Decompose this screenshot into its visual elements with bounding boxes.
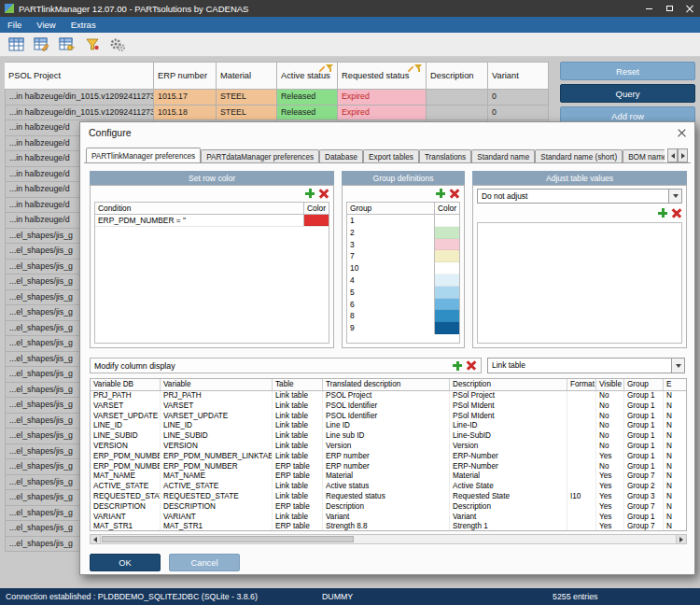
filter-button[interactable] bbox=[80, 35, 104, 55]
column-config-row[interactable]: ACTIVE_STATE ACTIVE_STATE Link table Act… bbox=[91, 482, 687, 492]
settings-button[interactable] bbox=[105, 35, 129, 55]
side-button[interactable]: Query bbox=[560, 84, 695, 103]
tab[interactable]: PARTlinkManager preferences bbox=[86, 148, 201, 163]
group-row[interactable]: 2 bbox=[347, 227, 459, 239]
column-config-row[interactable]: REQUESTED_STATE REQUESTED_STATE Link tab… bbox=[91, 492, 687, 502]
config-column-header[interactable]: Format bbox=[567, 379, 596, 390]
menu-item[interactable]: File bbox=[0, 17, 29, 33]
maximize-button[interactable] bbox=[659, 0, 679, 17]
cancel-button[interactable]: Cancel bbox=[169, 554, 240, 571]
condition-row[interactable]: ERP_PDM_NUMBER = '' bbox=[95, 215, 329, 227]
group-row[interactable]: 6 bbox=[347, 299, 459, 311]
config-column-header[interactable]: Translated description bbox=[323, 379, 450, 390]
column-header[interactable]: ERP number bbox=[154, 62, 217, 90]
config-column-header[interactable]: Description bbox=[450, 379, 567, 390]
tab-scroll-right-button[interactable] bbox=[678, 148, 688, 162]
scroll-left-button[interactable] bbox=[91, 535, 101, 543]
side-button[interactable]: Reset bbox=[560, 62, 695, 80]
adjust-mode-select[interactable]: Do not adjust bbox=[477, 189, 682, 204]
column-config-row[interactable]: PRJ_PATH PRJ_PATH Link table PSOL Projec… bbox=[91, 391, 687, 401]
column-header[interactable]: Material bbox=[217, 62, 277, 90]
table-row[interactable]: ...in halbzeuge/din_1015.v120924112730.p… bbox=[5, 106, 549, 121]
horizontal-scrollbar[interactable] bbox=[90, 534, 687, 544]
menu-item[interactable]: Extras bbox=[63, 17, 104, 33]
column-header[interactable]: Requested status bbox=[338, 62, 427, 90]
color-swatch[interactable] bbox=[435, 239, 459, 251]
group-row[interactable]: 9 bbox=[347, 322, 459, 334]
tab-scroll-left-button[interactable] bbox=[667, 148, 678, 162]
group-row[interactable]: 10 bbox=[347, 262, 459, 274]
color-swatch[interactable] bbox=[435, 322, 459, 334]
column-config-row[interactable]: ERP_PDM_NUMBER ERP_PDM_NUMBER ERP table … bbox=[91, 462, 687, 472]
group-row[interactable]: 5 bbox=[347, 287, 459, 299]
config-column-header[interactable]: E bbox=[664, 379, 687, 390]
config-column-header[interactable]: Visible bbox=[596, 379, 624, 390]
dialog-close-button[interactable] bbox=[675, 126, 688, 139]
column-config-row[interactable]: DESCRIPTION DESCRIPTION ERP table Descri… bbox=[91, 502, 687, 513]
group-row[interactable]: 1 bbox=[347, 215, 459, 227]
color-swatch[interactable] bbox=[435, 274, 459, 287]
add-group-icon[interactable] bbox=[436, 189, 445, 198]
column-config-row[interactable]: ERP_PDM_NUMBER ERP_PDM_NUMBER_LINKTABLE … bbox=[91, 452, 687, 462]
menu-item[interactable]: View bbox=[29, 17, 63, 33]
tab[interactable]: Translations bbox=[419, 149, 471, 163]
scrollbar-thumb[interactable] bbox=[102, 536, 354, 542]
add-adjustment-icon[interactable] bbox=[658, 208, 667, 218]
column-config-row[interactable]: MAT_NAME MAT_NAME ERP table Material Mat… bbox=[91, 471, 687, 482]
link-table-button[interactable] bbox=[5, 35, 28, 55]
ok-button[interactable]: OK bbox=[90, 554, 161, 571]
adjustment-list[interactable] bbox=[477, 222, 682, 344]
side-button-panel: Reset Query Add row bbox=[560, 62, 695, 125]
delete-adjustment-icon[interactable] bbox=[672, 208, 681, 218]
group-row[interactable]: 4 bbox=[347, 274, 459, 287]
color-swatch[interactable] bbox=[435, 310, 459, 322]
column-config-row[interactable]: MAT_STR1 MAT_STR1 ERP table Strength 8.8… bbox=[91, 522, 687, 531]
group-row[interactable]: 7 bbox=[347, 250, 459, 262]
column-header[interactable]: Active status bbox=[277, 62, 338, 90]
column-config-row[interactable]: VARIANT VARIANT Link table Variant Varia… bbox=[91, 513, 687, 523]
table-row[interactable]: ...in halbzeuge/din_1015.v120924112730.p… bbox=[5, 90, 549, 106]
column-config-row[interactable]: LINE_ID LINE_ID Link table Line ID Line-… bbox=[91, 421, 687, 431]
key-table-button[interactable] bbox=[55, 35, 78, 55]
filter-icon[interactable] bbox=[326, 64, 334, 73]
table-select[interactable]: Link table bbox=[487, 358, 685, 373]
config-column-header[interactable]: Group bbox=[624, 379, 664, 390]
adjust-table-values-header: Adjust table values bbox=[472, 171, 687, 185]
delete-row-color-icon[interactable] bbox=[319, 189, 329, 198]
close-button[interactable] bbox=[679, 0, 700, 17]
tab[interactable]: Database bbox=[319, 149, 363, 163]
tab[interactable]: BOM name bbox=[623, 149, 665, 163]
column-config-row[interactable]: LINE_SUBID LINE_SUBID Link table Line su… bbox=[91, 431, 687, 442]
group-row[interactable]: 3 bbox=[347, 239, 459, 251]
edit-table-button[interactable] bbox=[30, 35, 53, 55]
column-config-row[interactable]: VARSET_UPDATE VARSET_UPDATE Link table P… bbox=[91, 412, 687, 422]
minimize-button[interactable] bbox=[638, 0, 659, 17]
color-swatch[interactable] bbox=[435, 262, 459, 274]
column-header[interactable]: Description bbox=[427, 62, 488, 90]
config-column-header[interactable]: Variable bbox=[161, 379, 273, 390]
color-swatch[interactable] bbox=[435, 287, 459, 299]
config-column-header[interactable]: Variable DB bbox=[91, 379, 161, 390]
tab[interactable]: Standard name (short) bbox=[535, 149, 623, 163]
column-config-row[interactable]: VARSET VARSET Link table PSOL Identifier… bbox=[91, 401, 687, 412]
config-column-header[interactable]: Table bbox=[273, 379, 323, 390]
delete-column-icon[interactable] bbox=[467, 361, 476, 371]
tab[interactable]: PARTdataManager preferences bbox=[201, 149, 319, 163]
column-config-row[interactable]: VERSION VERSION Link table Version Versi… bbox=[91, 442, 687, 452]
color-swatch[interactable] bbox=[435, 227, 459, 239]
scroll-right-button[interactable] bbox=[676, 535, 686, 543]
filter-icon[interactable] bbox=[414, 64, 423, 73]
color-swatch[interactable] bbox=[304, 215, 329, 226]
tab[interactable]: Standard name bbox=[471, 149, 535, 163]
column-header[interactable]: Variant bbox=[488, 62, 549, 90]
add-column-icon[interactable] bbox=[453, 361, 462, 371]
cell-variable-db: ERP_PDM_NUMBER bbox=[91, 462, 161, 472]
color-swatch[interactable] bbox=[435, 215, 459, 227]
color-swatch[interactable] bbox=[435, 299, 459, 311]
add-row-color-icon[interactable] bbox=[305, 189, 315, 198]
group-row[interactable]: 8 bbox=[347, 310, 459, 322]
tab[interactable]: Export tables bbox=[363, 149, 419, 163]
color-swatch[interactable] bbox=[435, 250, 459, 262]
delete-group-icon[interactable] bbox=[450, 189, 459, 198]
column-header[interactable]: PSOL Project bbox=[5, 62, 154, 90]
